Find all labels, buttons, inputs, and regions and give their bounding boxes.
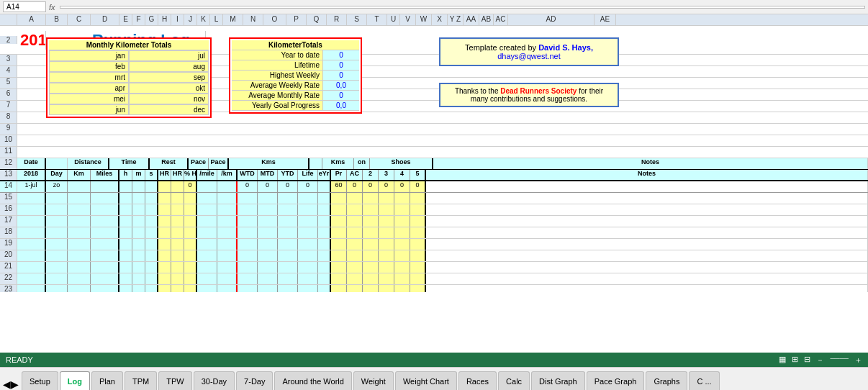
col-header-w[interactable]: W <box>416 14 432 25</box>
tab-tpm[interactable]: TPM <box>125 371 157 390</box>
cell-hrpct-14[interactable] <box>171 181 184 192</box>
tab-tpw[interactable]: TPW <box>158 371 191 390</box>
cell-date-14[interactable]: 1-jul <box>17 181 46 192</box>
cell-miles-14[interactable] <box>91 181 119 192</box>
km-value-lifetime[interactable]: 0 <box>323 60 359 70</box>
view-break-icon[interactable]: ⊟ <box>804 355 810 366</box>
cell-pace-km-14[interactable] <box>217 181 238 192</box>
cell-pr-14[interactable]: 60 <box>331 181 347 192</box>
col-header-o[interactable]: O <box>263 14 286 25</box>
cell-shoe2-14[interactable]: 0 <box>363 181 379 192</box>
tab-races[interactable]: Races <box>458 371 497 390</box>
view-layout-icon[interactable]: ⊞ <box>792 355 798 366</box>
zoom-minus-icon[interactable]: － <box>816 355 824 366</box>
col-header-g[interactable]: G <box>145 14 158 25</box>
cell-shoe4-14[interactable]: 0 <box>394 181 410 192</box>
month-feb[interactable]: feb <box>49 61 129 72</box>
tab-dist-graph[interactable]: Dist Graph <box>531 371 585 390</box>
col-header-s[interactable]: S <box>347 14 367 25</box>
cell-life-14[interactable]: 0 <box>298 181 318 192</box>
tab-weight-chart[interactable]: Weight Chart <box>395 371 457 390</box>
col-header-i[interactable]: I <box>171 14 184 25</box>
km-label-yearly-goal[interactable]: Yearly Goal Progress <box>232 101 323 110</box>
name-box[interactable]: A14 <box>3 1 46 12</box>
month-mrt[interactable]: mrt <box>49 72 129 83</box>
col-header-m[interactable]: M <box>223 14 243 25</box>
month-mei[interactable]: mei <box>49 94 129 104</box>
col-header-t[interactable]: T <box>367 14 387 25</box>
km-value-avg-weekly[interactable]: 0,0 <box>323 81 359 90</box>
cell-pace-mile-14[interactable] <box>197 181 217 192</box>
col-header-ae[interactable]: AE <box>595 14 616 25</box>
month-apr[interactable]: apr <box>49 83 129 94</box>
zoom-slider[interactable]: ──── <box>830 355 849 366</box>
view-normal-icon[interactable]: ▦ <box>779 355 786 366</box>
tab-setup[interactable]: Setup <box>22 371 58 390</box>
cell-pchr-14[interactable]: 0 <box>184 181 197 192</box>
month-okt[interactable]: okt <box>129 83 209 94</box>
month-jul[interactable]: jul <box>129 50 209 61</box>
tab-weight[interactable]: Weight <box>353 371 394 390</box>
km-value-ytd[interactable]: 0 <box>323 50 359 60</box>
col-header-j[interactable]: J <box>184 14 197 25</box>
tab-log[interactable]: Log <box>60 371 90 390</box>
month-dec[interactable]: dec <box>129 104 209 115</box>
formula-input[interactable] <box>60 6 865 9</box>
col-header-r[interactable]: R <box>327 14 347 25</box>
row-14[interactable]: 14 1-jul zo 0 0 0 0 0 60 0 0 0 0 0 <box>0 181 868 193</box>
tab-c[interactable]: C ... <box>689 371 719 390</box>
month-aug[interactable]: aug <box>129 61 209 72</box>
col-header-ad[interactable]: AD <box>508 14 595 25</box>
col-header-u[interactable]: U <box>387 14 400 25</box>
tab-plan[interactable]: Plan <box>91 371 123 390</box>
month-jun[interactable]: jun <box>49 104 129 115</box>
month-jan[interactable]: jan <box>49 50 129 61</box>
km-label-avg-monthly[interactable]: Average Monthly Rate <box>232 91 323 100</box>
cell-m-14[interactable] <box>132 181 145 192</box>
col-header-k[interactable]: K <box>197 14 210 25</box>
tab-right-arrow[interactable]: ▶ <box>11 378 19 390</box>
cell-year[interactable]: 2018 <box>17 31 46 50</box>
zoom-plus-icon[interactable]: ＋ <box>854 355 862 366</box>
col-header-l[interactable]: L <box>210 14 223 25</box>
cell-notes-14[interactable] <box>426 181 868 192</box>
col-header-b[interactable]: B <box>46 14 68 25</box>
cell-day-14[interactable]: zo <box>46 181 68 192</box>
cell-shoe5-14[interactable]: 0 <box>410 181 426 192</box>
col-header-a[interactable]: A <box>17 14 46 25</box>
cell-ac-14[interactable]: 0 <box>347 181 363 192</box>
col-header-v[interactable]: V <box>400 14 416 25</box>
cell-s-14[interactable] <box>145 181 158 192</box>
tab-graphs[interactable]: Graphs <box>646 371 687 390</box>
cell-hr-14[interactable] <box>158 181 171 192</box>
month-sep[interactable]: sep <box>129 72 209 83</box>
col-header-ab[interactable]: AB <box>479 14 494 25</box>
col-header-aa[interactable]: AA <box>464 14 479 25</box>
km-label-ytd[interactable]: Year to date <box>232 50 323 60</box>
km-label-lifetime[interactable]: Lifetime <box>232 60 323 70</box>
col-header-p[interactable]: P <box>286 14 307 25</box>
km-value-avg-monthly[interactable]: 0 <box>323 91 359 100</box>
cell-mtd-14[interactable]: 0 <box>258 181 278 192</box>
tab-7day[interactable]: 7-Day <box>236 371 273 390</box>
cell-shoe3-14[interactable]: 0 <box>379 181 394 192</box>
col-header-c[interactable]: C <box>68 14 91 25</box>
cell-km-14[interactable] <box>68 181 91 192</box>
col-header-n[interactable]: N <box>243 14 263 25</box>
km-value-highest[interactable]: 0 <box>323 71 359 80</box>
col-header-q[interactable]: Q <box>307 14 327 25</box>
km-value-yearly-goal[interactable]: 0,0 <box>323 101 359 110</box>
tab-left-arrow[interactable]: ◀ <box>3 378 11 390</box>
col-header-ac[interactable]: AC <box>494 14 508 25</box>
col-header-h[interactable]: H <box>158 14 171 25</box>
tab-calc[interactable]: Calc <box>498 371 530 390</box>
cell-wtd-14[interactable]: 0 <box>238 181 258 192</box>
col-header-d[interactable]: D <box>91 14 119 25</box>
col-header-yz[interactable]: Y Z <box>448 14 464 25</box>
cell-ytd-14[interactable]: 0 <box>278 181 298 192</box>
cell-eyr-14[interactable] <box>318 181 331 192</box>
col-header-e[interactable]: E <box>119 14 132 25</box>
col-header-f[interactable]: F <box>132 14 145 25</box>
tab-30day[interactable]: 30-Day <box>194 371 235 390</box>
tab-pace-graph[interactable]: Pace Graph <box>587 371 645 390</box>
